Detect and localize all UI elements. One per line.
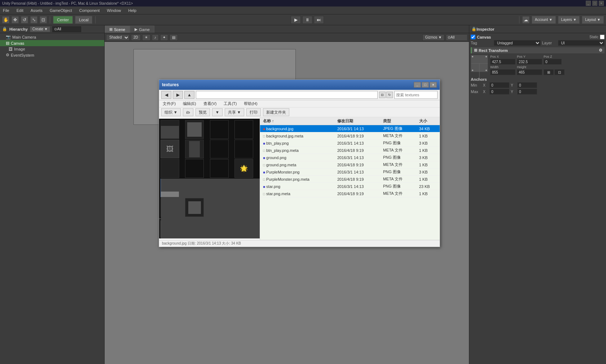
rect-transform-settings-icon[interactable]: ⚙	[599, 48, 602, 53]
menu-gameobject[interactable]: GameObject	[48, 8, 74, 13]
2d-btn[interactable]: 2D	[131, 34, 141, 41]
fe-window-controls[interactable]: _ □ ×	[414, 82, 437, 88]
fe-new-folder-btn[interactable]: 新建文件夹	[263, 108, 289, 116]
fe-print-btn[interactable]: 打印	[246, 108, 261, 116]
pivot-btn[interactable]: Center	[53, 16, 73, 24]
thumbnail-2[interactable]	[185, 120, 204, 139]
pause-btn[interactable]: ⏸	[302, 16, 312, 24]
space-btn[interactable]: Local	[75, 16, 92, 24]
fe-preview-btn[interactable]: 预览	[196, 108, 210, 116]
fe-file-row[interactable]: □ background.jpg.meta 2016/4/18 9:19 MET…	[260, 132, 440, 140]
hierarchy-item-camera[interactable]: 📷 Main Camera	[0, 34, 104, 40]
fe-refresh-btn[interactable]: ↻	[386, 92, 393, 98]
fe-file-row[interactable]: □ PurpleMonster.png.meta 2016/4/18 9:19 …	[260, 176, 440, 183]
shading-select[interactable]: Shaded	[106, 34, 129, 41]
menu-edit[interactable]: Edit	[15, 8, 25, 13]
minimize-btn[interactable]: _	[586, 1, 591, 6]
close-btn[interactable]: ×	[599, 1, 604, 6]
thumbnail-6[interactable]	[185, 140, 204, 158]
thumbnail-8[interactable]	[234, 140, 253, 158]
move-tool-btn[interactable]: ✥	[12, 16, 19, 23]
thumbnail-3[interactable]	[210, 120, 229, 139]
scene-tab[interactable]: ⊞ Scene	[105, 26, 130, 33]
gizmos-btn[interactable]: Gizmos ▼	[422, 34, 444, 41]
maximize-btn[interactable]: □	[592, 1, 597, 6]
fe-file-row[interactable]: ■ PurpleMonster.png 2016/3/1 14:13 PNG 图…	[260, 168, 440, 176]
fe-organize-btn[interactable]: 组织 ▼	[161, 108, 181, 116]
fe-file-row[interactable]: ■ ground.png 2016/3/1 14:13 PNG 图像 3 KB	[260, 154, 440, 161]
fe-file-row[interactable]: □ ground.png.meta 2016/4/18 9:19 META 文件…	[260, 161, 440, 168]
hierarchy-create-btn[interactable]: Create ▼	[30, 26, 50, 32]
col-date[interactable]: 修改日期	[334, 117, 380, 125]
thumbnail-10[interactable]	[185, 159, 204, 178]
fe-address-bar[interactable]	[196, 91, 378, 99]
fe-preview-toggle[interactable]: ▼	[212, 108, 223, 116]
thumbnail-18[interactable]	[185, 198, 204, 217]
fe-menu-help[interactable]: 帮助(H)	[242, 101, 259, 107]
rotate-tool-btn[interactable]: ↺	[21, 16, 28, 23]
col-type[interactable]: 类型	[380, 117, 416, 125]
pos-z-input[interactable]	[544, 59, 562, 65]
fe-menu-file[interactable]: 文件(F)	[161, 101, 177, 107]
layout-btn[interactable]: Layout ▼	[582, 16, 604, 24]
tag-select[interactable]: Untagged	[494, 40, 541, 46]
pos-y-input[interactable]	[517, 59, 542, 65]
fe-file-row[interactable]: ■ star.png 2016/3/1 14:13 PNG 图像 23 KB	[260, 183, 440, 190]
scene-filter[interactable]	[446, 34, 467, 41]
lighting-btn[interactable]: ☀	[142, 34, 150, 41]
blueprint-btn2[interactable]: ⊡	[554, 69, 565, 75]
anchors-min-y-input[interactable]	[517, 82, 537, 88]
fe-view-btn[interactable]: ⊟	[379, 92, 386, 98]
scale-tool-btn[interactable]: ⤡	[30, 16, 38, 23]
game-tab[interactable]: ▶ Game	[130, 26, 154, 33]
fe-menu-tools[interactable]: 工具(T)	[222, 101, 238, 107]
thumbnail-12[interactable]: 🌟	[234, 159, 253, 178]
static-checkbox[interactable]	[600, 35, 605, 39]
fe-minimize-btn[interactable]: _	[414, 82, 421, 88]
fe-search-input[interactable]	[394, 91, 438, 99]
fe-file-row[interactable]: □ btn_play.png.meta 2016/4/18 9:19 META …	[260, 147, 440, 154]
thumbnail-5[interactable]: 🖼	[161, 140, 179, 158]
fe-folder-btn[interactable]: 🗁	[183, 108, 193, 116]
fe-file-row[interactable]: ■ background.jpg 2016/3/1 14:13 JPEG 图像 …	[260, 125, 440, 132]
menu-file[interactable]: File	[1, 8, 11, 13]
menu-help[interactable]: Help	[127, 8, 138, 13]
fe-share-btn[interactable]: 共享 ▼	[225, 108, 244, 116]
blueprint-btn[interactable]: ⊞	[544, 69, 554, 75]
pos-x-input[interactable]	[490, 59, 515, 65]
width-input[interactable]	[490, 69, 515, 75]
fe-forward-btn[interactable]: ▶	[173, 91, 183, 99]
fe-menu-view[interactable]: 查看(V)	[202, 101, 218, 107]
layers-btn[interactable]: Layers ▼	[558, 16, 580, 24]
cloud-icon[interactable]: ☁	[522, 16, 530, 23]
fe-maximize-btn[interactable]: □	[422, 82, 429, 88]
rect-tool-btn[interactable]: ⊡	[40, 16, 47, 23]
scene-more-btn[interactable]: ▤	[170, 34, 178, 41]
thumbnail-9[interactable]	[161, 159, 179, 178]
layer-select[interactable]: UI	[558, 40, 605, 46]
hand-tool-btn[interactable]: ✋	[2, 16, 9, 23]
menu-component[interactable]: Component	[78, 8, 101, 13]
thumbnail-4[interactable]	[234, 120, 253, 139]
hierarchy-item-image[interactable]: 🖼 Image	[0, 46, 104, 52]
canvas-active-checkbox[interactable]	[471, 35, 475, 39]
fe-menu-edit[interactable]: 编辑(E)	[181, 101, 198, 107]
fe-close-btn[interactable]: ×	[430, 82, 437, 88]
col-name[interactable]: 名称 ↑	[260, 117, 334, 125]
thumbnail-7[interactable]	[210, 140, 229, 158]
col-size[interactable]: 大小	[416, 117, 440, 125]
anchors-max-y-input[interactable]	[517, 89, 537, 95]
height-input[interactable]	[517, 69, 542, 75]
play-btn[interactable]: ▶	[291, 16, 301, 24]
fe-file-row[interactable]: ■ btn_play.png 2016/3/1 14:13 PNG 图像 3 K…	[260, 140, 440, 147]
menu-window[interactable]: Window	[105, 8, 122, 13]
anchors-min-x-input[interactable]	[489, 82, 509, 88]
hierarchy-item-canvas[interactable]: ▤ Canvas	[0, 40, 104, 46]
anchors-max-x-input[interactable]	[489, 89, 509, 95]
fe-file-row[interactable]: □ star.png.meta 2016/4/18 9:19 META 文件 1…	[260, 190, 440, 197]
thumbnail-1[interactable]	[161, 120, 179, 139]
account-btn[interactable]: Account ▼	[532, 16, 556, 24]
step-btn[interactable]: ⏭	[314, 16, 324, 24]
fe-up-btn[interactable]: ▲	[184, 91, 194, 99]
menu-assets[interactable]: Assets	[29, 8, 44, 13]
